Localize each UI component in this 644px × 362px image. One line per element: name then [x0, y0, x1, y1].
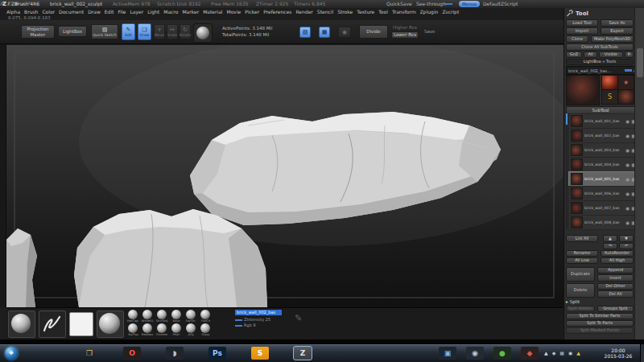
divide-button[interactable]: Divide	[359, 25, 388, 39]
floor-toggle-button[interactable]: ▦	[319, 27, 330, 38]
subtool-scrollbar[interactable]	[566, 113, 568, 229]
eye-icon[interactable]: ◉	[625, 147, 630, 153]
divider-handle[interactable]	[637, 48, 643, 77]
document-canvas[interactable]	[6, 45, 564, 307]
eye-icon[interactable]: ◉	[625, 133, 630, 138]
eye-icon[interactable]: ◉	[625, 118, 630, 124]
subtool-row[interactable]: brick_wall_002_bas ◉ ▦	[568, 128, 638, 143]
taskbar-app-icon[interactable]: ▣	[439, 347, 456, 360]
brush-preview-sphere[interactable]	[193, 23, 213, 43]
rock-small[interactable]	[6, 228, 37, 307]
menu-item[interactable]: Brush	[24, 9, 38, 14]
menu-item[interactable]: Light	[147, 9, 159, 14]
move-button[interactable]: + Move	[154, 24, 165, 39]
append-button[interactable]: Append	[597, 267, 634, 274]
scrollbar-thumb[interactable]	[566, 113, 568, 125]
split-similar-button[interactable]: Split To Similar Parts	[566, 313, 634, 319]
import-button[interactable]: Import	[566, 27, 598, 35]
current-material-thumbnail[interactable]	[97, 311, 124, 338]
see-through-slider[interactable]: See-through	[416, 1, 446, 6]
material-swatch[interactable]: RedWax	[140, 323, 155, 337]
split-to-parts-button[interactable]: Split To Parts	[566, 320, 634, 327]
menu-item[interactable]: Draw	[88, 9, 101, 14]
clone-all-subtools-button[interactable]: Clone All SubTools	[566, 43, 634, 51]
del-other-button[interactable]: Del Other	[597, 283, 634, 290]
taskbar-clock[interactable]: 20:00 2015-03-26	[601, 348, 636, 359]
eye-icon[interactable]: ◉	[625, 205, 630, 211]
make-polymesh-button[interactable]: Make PolyMesh3D	[591, 35, 634, 43]
goz-r-button[interactable]: R	[625, 51, 634, 58]
split-hidden-button[interactable]: Split Hidden	[566, 306, 595, 312]
pen-icon[interactable]: ✎	[295, 313, 302, 323]
taskbar-app-icon[interactable]: S	[251, 347, 269, 360]
clone-button[interactable]: Clone	[566, 35, 588, 43]
goz-visible-button[interactable]: Visible	[599, 51, 623, 58]
groups-split-button[interactable]: Groups Split	[597, 306, 634, 312]
subtool-row[interactable]: brick_wall_007_bas ◉ ▦	[568, 200, 638, 216]
tray-icon[interactable]: ▲	[544, 350, 548, 356]
menu-item[interactable]: Zplugin	[420, 9, 439, 14]
tool-thumbnail[interactable]: ★	[617, 75, 634, 90]
move-down-button[interactable]: ▼	[619, 235, 634, 242]
menu-item[interactable]: Stencil	[317, 9, 333, 14]
current-tool-name-field[interactable]: brick_wall_002_bas... 4	[566, 66, 638, 75]
paste-subtool-button[interactable]: ↶	[619, 243, 634, 249]
menu-item[interactable]: Alpha	[6, 9, 20, 14]
scale-button[interactable]: ↔ Scale	[167, 24, 178, 39]
left-tray-strip[interactable]	[0, 44, 6, 307]
right-tray-divider[interactable]	[634, 8, 644, 339]
lightbox-button[interactable]: LightBox	[58, 26, 87, 37]
delete-button[interactable]: Delete	[566, 283, 595, 298]
taskbar-app-icon[interactable]: O	[123, 347, 141, 360]
show-desktop-button[interactable]	[640, 344, 644, 362]
tray-icon[interactable]: ▦	[559, 350, 564, 356]
lower-res-button[interactable]: Lower Res	[391, 31, 419, 39]
local-toggle-button[interactable]: ◉	[338, 27, 351, 38]
insert-button[interactable]: Insert	[597, 274, 634, 282]
taskbar-app-icon[interactable]: ❐	[80, 347, 98, 360]
tray-icon[interactable]: ◉	[568, 350, 572, 356]
tray-icon[interactable]: ▲	[576, 350, 580, 356]
goz-button[interactable]: GoZ	[566, 51, 582, 58]
slider-bar[interactable]	[235, 325, 242, 327]
menu-item[interactable]: Layer	[130, 9, 144, 14]
menu-item[interactable]: File	[118, 9, 126, 14]
subtool-row[interactable]: brick_wall_004_bas ◉ ▦	[568, 157, 638, 172]
current-tool-thumbnail[interactable]	[566, 75, 600, 105]
rename-button[interactable]: Rename	[566, 250, 598, 257]
material-swatch[interactable]: FlatClr	[198, 310, 213, 323]
menus-toggle-button[interactable]: Menus	[459, 1, 480, 7]
projection-master-button[interactable]: Projection Master	[21, 25, 55, 39]
split-section-header[interactable]: ▸Split	[566, 299, 634, 304]
popup-row[interactable]: ZIntensity 25	[235, 317, 282, 322]
taskbar-app-icon[interactable]: Z	[294, 347, 312, 360]
menu-item[interactable]: Zscript	[442, 9, 459, 14]
subtool-row[interactable]: brick_wall_001_bas ◉ ▦	[568, 113, 638, 129]
material-swatch[interactable]: ToyPlas	[126, 323, 140, 337]
menu-item[interactable]: Macro	[163, 9, 178, 14]
menu-item[interactable]: Document	[59, 9, 84, 14]
save-button[interactable]: Save	[424, 29, 436, 35]
quick-sketch-button[interactable]: ▧ Quick Sketch	[91, 24, 118, 39]
material-swatch[interactable]: SkinSh4	[155, 310, 169, 323]
material-swatch[interactable]: Basic	[169, 310, 184, 323]
copy-subtool-button[interactable]: ↷	[603, 243, 617, 249]
taskbar-app-icon[interactable]: ●	[493, 347, 511, 360]
taskbar-app-icon[interactable]: ◗	[166, 347, 184, 360]
subtool-row[interactable]: brick_wall_005_bas ◉ ▦	[568, 171, 638, 187]
selected-text-field[interactable]: brick_wall_002_bas	[235, 310, 282, 315]
persp-toggle-button[interactable]: ▨	[299, 27, 311, 38]
menu-item[interactable]: Render	[295, 9, 312, 14]
taskbar-app-icon[interactable]: ◉	[466, 347, 484, 360]
material-swatch[interactable]: FastSh	[184, 310, 198, 323]
subtool-row[interactable]: brick_wall_003_bas ◉ ▦	[568, 142, 638, 158]
subtool-row[interactable]: brick_wall_008_bas ◉ ▦	[568, 215, 638, 230]
lightbox-tools-button[interactable]: LightBox » Tools	[566, 59, 634, 65]
menu-item[interactable]: Picker	[245, 9, 259, 14]
material-swatch[interactable]: Jelly	[184, 323, 198, 337]
subtool-row[interactable]: brick_wall_006_bas ◉ ▦	[568, 186, 638, 201]
tool-thumbnail[interactable]: S	[601, 89, 618, 105]
split-masked-button[interactable]: Split Masked Points	[566, 327, 634, 334]
draw-button[interactable]: ❏ Draw	[138, 23, 151, 40]
tray-icon[interactable]: ◆	[552, 350, 556, 356]
